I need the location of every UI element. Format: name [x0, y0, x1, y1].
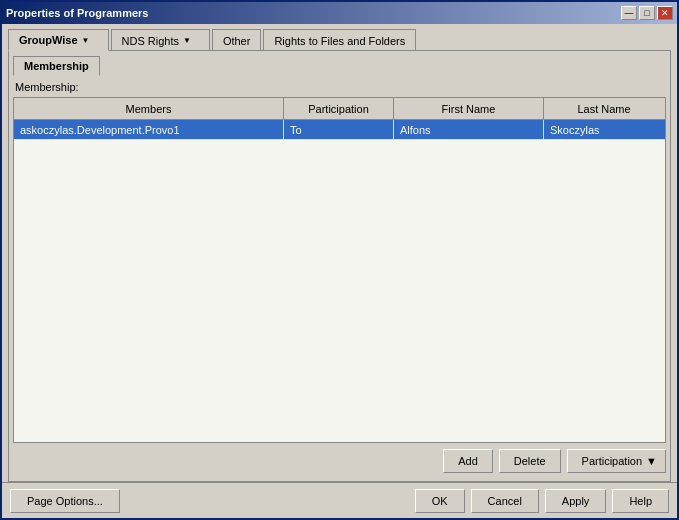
footer: Page Options... OK Cancel Apply Help — [2, 482, 677, 518]
cell-participation: To — [284, 120, 394, 139]
apply-button[interactable]: Apply — [545, 489, 607, 513]
tab-rights-label: Rights to Files and Folders — [274, 35, 405, 47]
tab-row: GroupWise ▼ NDS Rights ▼ Other Rights to… — [8, 28, 671, 50]
title-bar: Properties of Programmers — □ ✕ — [2, 2, 677, 24]
tab-other[interactable]: Other — [212, 29, 262, 51]
tab-groupwise[interactable]: GroupWise ▼ — [8, 29, 109, 51]
tab-other-label: Other — [223, 35, 251, 47]
groupwise-dropdown-arrow: ▼ — [82, 36, 90, 45]
sub-tab-row: Membership — [13, 55, 666, 75]
footer-right-buttons: OK Cancel Apply Help — [415, 489, 669, 513]
add-button[interactable]: Add — [443, 449, 493, 473]
table-row[interactable]: askoczylas.Development.Provo1 To Alfons … — [14, 120, 665, 140]
help-button[interactable]: Help — [612, 489, 669, 513]
col-participation: Participation — [284, 98, 394, 119]
cell-first-name: Alfons — [394, 120, 544, 139]
participation-button[interactable]: Participation ▼ — [567, 449, 666, 473]
title-bar-buttons: — □ ✕ — [621, 6, 673, 20]
close-button[interactable]: ✕ — [657, 6, 673, 20]
membership-table: Members Participation First Name Last Na… — [13, 97, 666, 443]
nds-dropdown-arrow: ▼ — [183, 36, 191, 45]
page-options-button[interactable]: Page Options... — [10, 489, 120, 513]
minimize-button[interactable]: — — [621, 6, 637, 20]
tab-nds-label: NDS Rights — [122, 35, 179, 47]
col-first-name: First Name — [394, 98, 544, 119]
main-panel: Membership Membership: Members Participa… — [8, 50, 671, 482]
maximize-button[interactable]: □ — [639, 6, 655, 20]
sub-tab-membership-label: Membership — [24, 60, 89, 72]
participation-arrow-icon: ▼ — [646, 455, 657, 467]
tab-nds[interactable]: NDS Rights ▼ — [111, 29, 210, 51]
sub-tab-membership[interactable]: Membership — [13, 56, 100, 76]
main-window: Properties of Programmers — □ ✕ GroupWis… — [0, 0, 679, 520]
action-row: Add Delete Participation ▼ — [13, 443, 666, 477]
content-area: GroupWise ▼ NDS Rights ▼ Other Rights to… — [2, 24, 677, 482]
cancel-button[interactable]: Cancel — [471, 489, 539, 513]
tab-rights[interactable]: Rights to Files and Folders — [263, 29, 416, 51]
tab-groupwise-label: GroupWise — [19, 34, 78, 46]
cell-members: askoczylas.Development.Provo1 — [14, 120, 284, 139]
cell-last-name: Skoczylas — [544, 120, 664, 139]
participation-label: Participation — [582, 455, 643, 467]
ok-button[interactable]: OK — [415, 489, 465, 513]
section-label: Membership: — [13, 81, 666, 93]
col-last-name: Last Name — [544, 98, 664, 119]
delete-button[interactable]: Delete — [499, 449, 561, 473]
table-header: Members Participation First Name Last Na… — [14, 98, 665, 120]
window-title: Properties of Programmers — [6, 7, 148, 19]
col-members: Members — [14, 98, 284, 119]
table-body: askoczylas.Development.Provo1 To Alfons … — [14, 120, 665, 442]
